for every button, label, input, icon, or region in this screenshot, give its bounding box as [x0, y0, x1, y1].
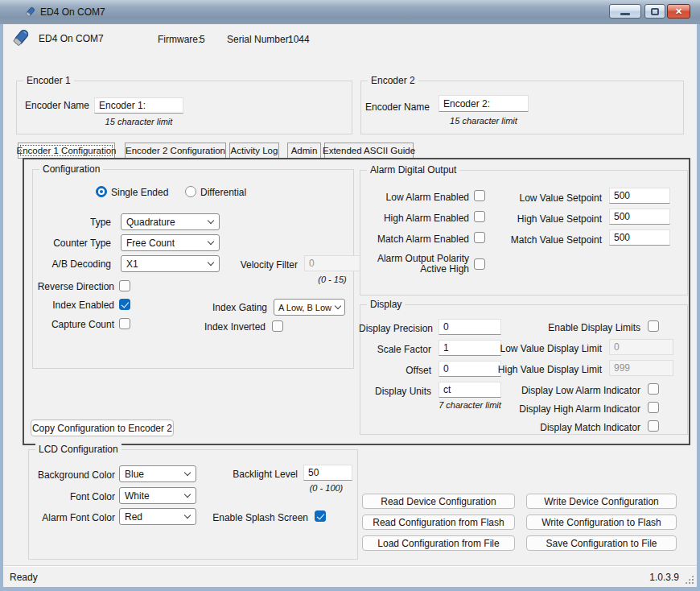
backlight-level-input[interactable] — [303, 465, 352, 481]
match-setpoint-input[interactable] — [609, 229, 670, 246]
chevron-down-icon — [208, 259, 214, 266]
window-title: ED4 On COM7 — [40, 6, 105, 18]
high-display-limit-input — [609, 360, 673, 376]
tab-activity-log[interactable]: Activity Log — [229, 143, 279, 159]
display-low-alarm-indicator-label: Display Low Alarm Indicator — [483, 385, 640, 396]
app-icon-small — [23, 6, 36, 19]
read-configuration-from-flash-button[interactable]: Read Configuration from Flash — [362, 515, 515, 530]
type-label: Type — [31, 217, 111, 228]
high-setpoint-input[interactable] — [609, 209, 670, 225]
encoder1-limit-note: 15 character limit — [94, 117, 183, 126]
tab-encoder2-configuration[interactable]: Encoder 2 Configuration — [125, 143, 226, 159]
chevron-down-icon — [335, 303, 341, 309]
velocity-filter-label: Velocity Filter — [217, 259, 298, 271]
encoder1-name-label: Encoder Name — [25, 100, 89, 111]
encoder1-group-title: Encoder 1 — [23, 75, 74, 86]
device-icon — [10, 27, 31, 50]
copy-configuration-button[interactable]: Copy Configuration to Encoder 2 — [31, 419, 174, 436]
configuration-group-title: Configuration — [39, 163, 103, 175]
low-display-limit-input — [609, 339, 673, 355]
background-color-label: Background Color — [32, 469, 115, 481]
tab-admin[interactable]: Admin — [287, 143, 321, 159]
minimize-button[interactable] — [609, 4, 641, 19]
reverse-direction-label: Reverse Direction — [31, 281, 114, 292]
app-window: ED4 On COM7 ✕ ED4 On COM7 Firmware: 5 Se… — [0, 0, 700, 591]
display-match-indicator-checkbox[interactable] — [648, 420, 659, 432]
close-button[interactable]: ✕ — [667, 4, 690, 19]
backlight-level-label: Backlight Level — [217, 469, 298, 480]
serial-label: Serial Number: — [227, 34, 291, 45]
resize-grip[interactable] — [685, 575, 694, 584]
load-configuration-from-file-button[interactable]: Load Configuration from File — [362, 535, 515, 551]
low-display-limit-label: Low Value Display Limit — [451, 343, 602, 354]
scale-factor-label: Scale Factor — [359, 344, 431, 355]
encoder2-name-label: Encoder Name — [365, 101, 430, 113]
ab-decoding-label: A/B Decoding — [31, 258, 111, 270]
high-setpoint-label: High Value Setpoint — [483, 213, 602, 225]
chevron-down-icon — [208, 238, 214, 245]
encoder2-group-title: Encoder 2 — [368, 75, 418, 86]
font-color-label: Font Color — [32, 491, 115, 502]
velocity-filter-input — [304, 255, 360, 271]
save-configuration-to-file-button[interactable]: Save Configuration to File — [526, 535, 677, 551]
encoder2-limit-note: 15 character limit — [439, 116, 529, 126]
alarm-font-color-label: Alarm Font Color — [32, 512, 115, 523]
tab-encoder1-configuration[interactable]: Encoder 1 Configuration — [18, 143, 115, 159]
display-precision-label: Display Precision — [359, 323, 431, 334]
tab-extended-ascii-guide[interactable]: Extended ASCII Guide — [324, 143, 414, 159]
counter-type-label: Counter Type — [31, 238, 111, 249]
index-enabled-label: Index Enabled — [31, 300, 114, 311]
offset-label: Offset — [359, 365, 431, 376]
chevron-down-icon — [208, 217, 214, 224]
font-color-select[interactable]: White — [119, 487, 196, 504]
differential-label: Differential — [200, 187, 246, 198]
display-high-alarm-indicator-label: Display High Alarm Indicator — [483, 403, 640, 415]
differential-radio[interactable] — [185, 186, 196, 197]
enable-display-limits-checkbox[interactable] — [648, 320, 659, 332]
lcd-group-title: LCD Configuration — [35, 444, 121, 455]
display-units-label: Display Units — [359, 386, 431, 397]
firmware-label: Firmware: — [158, 34, 200, 45]
display-low-alarm-indicator-checkbox[interactable] — [648, 383, 659, 395]
capture-count-checkbox[interactable] — [119, 318, 130, 329]
match-alarm-enabled-label: Match Alarm Enabled — [360, 234, 469, 245]
background-color-select[interactable]: Blue — [119, 465, 196, 482]
alarm-polarity-checkbox[interactable] — [474, 258, 485, 270]
version-text: 1.0.3.9 — [649, 572, 679, 583]
read-device-configuration-button[interactable]: Read Device Configuration — [362, 494, 515, 509]
chevron-down-icon — [184, 469, 191, 476]
write-device-configuration-button[interactable]: Write Device Configuration — [526, 494, 677, 509]
firmware-value: 5 — [200, 34, 205, 45]
capture-count-label: Capture Count — [31, 319, 114, 330]
low-setpoint-label: Low Value Setpoint — [483, 192, 602, 204]
maximize-button[interactable] — [644, 4, 665, 19]
close-icon: ✕ — [675, 6, 682, 17]
low-alarm-enabled-label: Low Alarm Enabled — [360, 192, 469, 203]
alarm-font-color-select[interactable]: Red — [119, 508, 196, 525]
encoder1-name-input[interactable] — [94, 97, 183, 114]
index-enabled-checkbox[interactable] — [119, 299, 130, 310]
index-gating-label: Index Gating — [185, 302, 267, 313]
enable-splash-screen-checkbox[interactable] — [315, 510, 326, 522]
index-inverted-label: Index Inverted — [183, 321, 266, 333]
counter-type-select[interactable]: Free Count — [121, 234, 220, 251]
alarm-polarity-label: Alarm Output PolarityActive High — [360, 254, 469, 275]
reverse-direction-checkbox[interactable] — [119, 280, 130, 291]
index-inverted-checkbox[interactable] — [272, 320, 283, 332]
single-ended-radio[interactable] — [96, 186, 107, 197]
type-select[interactable]: Quadrature — [121, 213, 220, 230]
minimize-icon — [620, 13, 630, 15]
encoder2-name-input[interactable] — [439, 95, 529, 112]
maximize-icon — [651, 8, 659, 15]
index-gating-select[interactable]: A Low, B Low — [274, 299, 345, 316]
velocity-filter-range-note: (0 - 15) — [304, 275, 360, 284]
app-title: ED4 On COM7 — [39, 33, 104, 44]
status-bar: Ready 1.0.3.9 — [3, 566, 697, 587]
ab-decoding-select[interactable]: X1 — [121, 255, 220, 272]
write-configuration-to-flash-button[interactable]: Write Configuration to Flash — [526, 515, 677, 530]
low-setpoint-input[interactable] — [609, 188, 670, 204]
high-alarm-enabled-label: High Alarm Enabled — [360, 213, 469, 224]
chevron-down-icon — [184, 491, 191, 498]
titlebar[interactable]: ED4 On COM7 ✕ — [0, 0, 700, 24]
display-high-alarm-indicator-checkbox[interactable] — [648, 402, 659, 413]
